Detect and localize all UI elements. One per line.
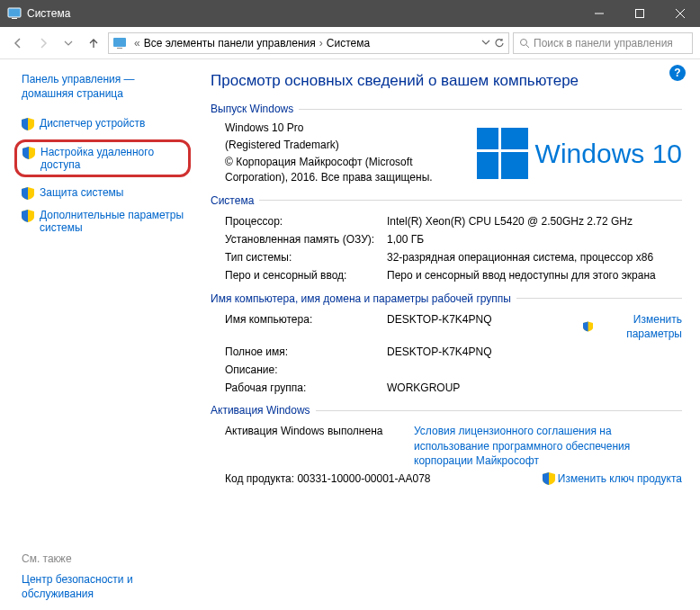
row-product-key: Код продукта: 00331-10000-00001-AA078 Из… bbox=[211, 470, 682, 490]
chevron-down-icon[interactable] bbox=[481, 38, 490, 47]
svg-rect-0 bbox=[8, 8, 21, 17]
row-system-type: Тип системы:32-разрядная операционная си… bbox=[211, 248, 682, 266]
change-settings-link[interactable]: Изменить параметры bbox=[583, 312, 682, 341]
shield-icon bbox=[22, 187, 34, 200]
shield-icon bbox=[543, 472, 555, 485]
logo-text: Windows 10 bbox=[535, 139, 682, 169]
up-button[interactable] bbox=[83, 32, 104, 54]
sidebar: Панель управления — домашняя страница Ди… bbox=[0, 59, 198, 610]
license-terms-link[interactable]: Условия лицензионного соглашения на испо… bbox=[414, 424, 682, 468]
search-input[interactable]: Поиск в панели управления bbox=[513, 32, 693, 54]
svg-rect-1 bbox=[12, 18, 17, 19]
edition-trademark: (Registered Trademark) bbox=[225, 138, 466, 152]
svg-rect-7 bbox=[117, 48, 122, 49]
group-activation: Активация Windows Активация Windows выпо… bbox=[211, 404, 682, 490]
control-panel-home-link[interactable]: Панель управления — домашняя страница bbox=[22, 72, 187, 101]
search-placeholder: Поиск в панели управления bbox=[534, 37, 673, 49]
breadcrumb[interactable]: « Все элементы панели управления › Систе… bbox=[108, 32, 509, 54]
sidebar-item-remote-settings[interactable]: Настройка удаленного доступа bbox=[14, 139, 191, 177]
change-product-key-link[interactable]: Изменить ключ продукта bbox=[543, 471, 682, 486]
breadcrumb-parent[interactable]: Все элементы панели управления bbox=[144, 37, 316, 49]
system-icon bbox=[112, 36, 127, 50]
sidebar-item-label: Диспетчер устройств bbox=[40, 117, 145, 130]
content: ? Просмотр основных сведений о вашем ком… bbox=[198, 59, 700, 610]
group-title: Активация Windows bbox=[211, 404, 310, 417]
group-computer: Имя компьютера, имя домена и параметры р… bbox=[211, 292, 682, 398]
sidebar-item-device-manager[interactable]: Диспетчер устройств bbox=[22, 117, 187, 130]
row-ram: Установленная память (ОЗУ):1,00 ГБ bbox=[211, 230, 682, 248]
svg-rect-6 bbox=[113, 38, 126, 47]
forward-button[interactable] bbox=[32, 32, 54, 54]
shield-icon bbox=[22, 147, 35, 159]
edition-copyright: © Корпорация Майкрософт (Microsoft Corpo… bbox=[225, 155, 466, 184]
titlebar: Система bbox=[0, 0, 700, 27]
row-computer-name: Имя компьютера: DESKTOP-K7K4PNQ Изменить… bbox=[211, 310, 682, 343]
group-title: Система bbox=[211, 194, 254, 207]
breadcrumb-prefix: « bbox=[134, 37, 140, 49]
recent-button[interactable] bbox=[58, 32, 79, 54]
row-full-name: Полное имя:DESKTOP-K7K4PNQ bbox=[211, 343, 682, 361]
row-description: Описание: bbox=[211, 361, 682, 379]
shield-icon bbox=[22, 118, 34, 130]
search-icon bbox=[519, 38, 530, 49]
shield-icon bbox=[22, 210, 34, 222]
group-system: Система Процессор:Intel(R) Xeon(R) CPU L… bbox=[211, 194, 682, 285]
svg-line-9 bbox=[526, 45, 529, 48]
group-title: Выпуск Windows bbox=[211, 103, 293, 115]
edition-name: Windows 10 Pro bbox=[225, 121, 466, 135]
window-title: Система bbox=[27, 7, 579, 20]
svg-point-8 bbox=[521, 39, 527, 45]
toolbar: « Все элементы панели управления › Систе… bbox=[0, 27, 700, 59]
row-processor: Процессор:Intel(R) Xeon(R) CPU L5420 @ 2… bbox=[211, 212, 682, 230]
row-activation-status: Активация Windows выполнена Условия лице… bbox=[211, 422, 682, 470]
row-pen-touch: Перо и сенсорный ввод:Перо и сенсорный в… bbox=[211, 266, 682, 284]
close-button[interactable] bbox=[660, 0, 700, 27]
system-icon bbox=[7, 6, 22, 21]
back-button[interactable] bbox=[7, 32, 29, 54]
sidebar-item-label: Защита системы bbox=[40, 186, 123, 199]
breadcrumb-current[interactable]: Система bbox=[327, 37, 370, 49]
sidebar-item-advanced-settings[interactable]: Дополнительные параметры системы bbox=[22, 209, 187, 234]
maximize-button[interactable] bbox=[619, 0, 660, 27]
row-workgroup: Рабочая группа:WORKGROUP bbox=[211, 379, 682, 397]
sidebar-item-label: Дополнительные параметры системы bbox=[40, 209, 187, 234]
refresh-icon[interactable] bbox=[494, 38, 505, 49]
shield-icon bbox=[583, 320, 593, 333]
windows-10-logo: Windows 10 bbox=[477, 121, 682, 187]
sidebar-item-system-protection[interactable]: Защита системы bbox=[22, 186, 187, 200]
sidebar-item-label: Настройка удаленного доступа bbox=[40, 146, 183, 171]
group-edition: Выпуск Windows Windows 10 Pro (Registere… bbox=[211, 103, 682, 187]
see-also-link[interactable]: Центр безопасности и обслуживания bbox=[22, 572, 187, 601]
page-heading: Просмотр основных сведений о вашем компь… bbox=[211, 72, 682, 90]
minimize-button[interactable] bbox=[579, 0, 619, 27]
see-also-heading: См. также bbox=[22, 552, 187, 565]
group-title: Имя компьютера, имя домена и параметры р… bbox=[211, 292, 511, 305]
chevron-right-icon: › bbox=[319, 37, 323, 49]
svg-rect-3 bbox=[635, 10, 643, 18]
help-icon[interactable]: ? bbox=[669, 65, 686, 81]
